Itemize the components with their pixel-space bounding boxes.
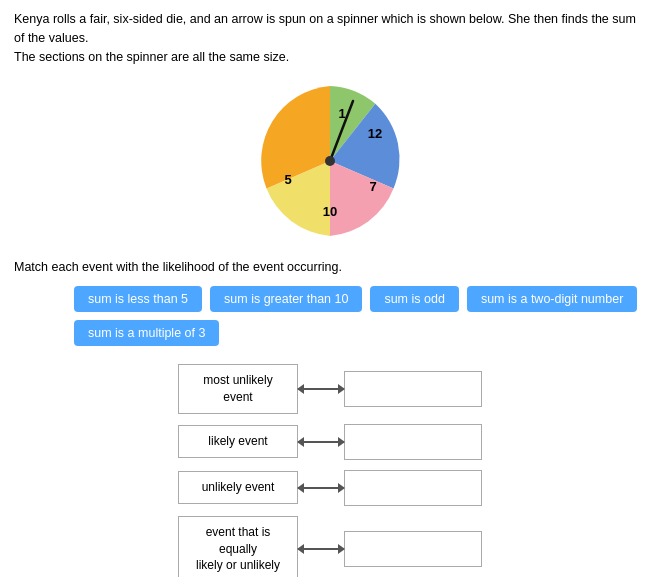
match-label-most-unlikely: most unlikely event — [178, 364, 298, 414]
match-label-unlikely: unlikely event — [178, 471, 298, 504]
chip-sum-less-than-5[interactable]: sum is less than 5 — [74, 286, 202, 312]
spinner-label-1: 1 — [338, 106, 345, 121]
match-instruction: Match each event with the likelihood of … — [14, 260, 646, 274]
match-label-likely: likely event — [178, 425, 298, 458]
spinner-label-7: 7 — [369, 179, 376, 194]
match-row-equally-likely: event that is equally likely or unlikely — [178, 516, 482, 577]
arrow-most-unlikely — [298, 388, 344, 390]
spinner-svg: 1 12 7 10 5 — [245, 76, 415, 246]
chip-sum-two-digit[interactable]: sum is a two-digit number — [467, 286, 637, 312]
spinner-label-5: 5 — [284, 172, 291, 187]
spinner-label-12: 12 — [368, 126, 382, 141]
event-chips-container: sum is less than 5 sum is greater than 1… — [14, 286, 646, 346]
match-drop-most-unlikely[interactable] — [344, 371, 482, 407]
match-drop-likely[interactable] — [344, 424, 482, 460]
match-row-likely: likely event — [178, 424, 482, 460]
arrow-unlikely — [298, 487, 344, 489]
match-row-most-unlikely: most unlikely event — [178, 364, 482, 414]
match-label-equally-likely: event that is equally likely or unlikely — [178, 516, 298, 577]
chip-sum-multiple-of-3[interactable]: sum is a multiple of 3 — [74, 320, 219, 346]
match-drop-unlikely[interactable] — [344, 470, 482, 506]
matching-area: most unlikely event likely event unlikel… — [14, 364, 646, 577]
match-row-unlikely: unlikely event — [178, 470, 482, 506]
chip-sum-is-odd[interactable]: sum is odd — [370, 286, 458, 312]
arrow-likely — [298, 441, 344, 443]
intro-text: Kenya rolls a fair, six-sided die, and a… — [14, 10, 646, 66]
spinner-center — [325, 156, 335, 166]
match-drop-equally-likely[interactable] — [344, 531, 482, 567]
chip-sum-greater-than-10[interactable]: sum is greater than 10 — [210, 286, 362, 312]
spinner-label-10: 10 — [323, 204, 337, 219]
arrow-equally-likely — [298, 548, 344, 550]
spinner-container: 1 12 7 10 5 — [14, 76, 646, 246]
